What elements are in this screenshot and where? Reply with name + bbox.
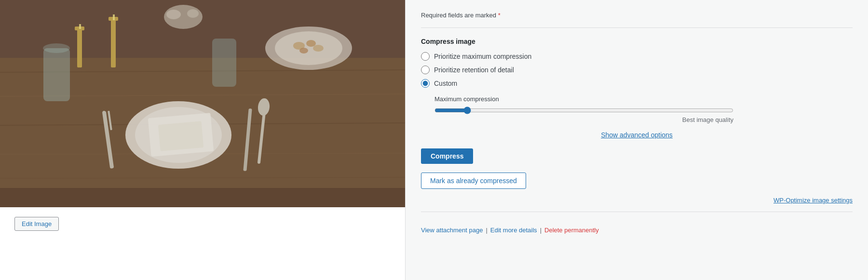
svg-rect-36 <box>0 0 405 207</box>
left-panel: Edit Image <box>0 0 405 280</box>
compress-image-label: Compress image <box>421 38 853 45</box>
delete-permanently-link[interactable]: Delete permanently <box>544 227 599 234</box>
slider-container: Maximum compression Best image quality <box>434 95 853 123</box>
required-star: * <box>498 12 501 19</box>
mark-compressed-button[interactable]: Mark as already compressed <box>421 173 526 189</box>
required-note: Required fields are marked * <box>421 12 853 28</box>
table-image-svg <box>0 0 405 207</box>
slider-label: Maximum compression <box>434 95 853 103</box>
show-advanced-button[interactable]: Show advanced options <box>421 131 853 139</box>
radio-option-max[interactable]: Prioritize maximum compression <box>421 52 853 61</box>
radio-option-custom[interactable]: Custom <box>421 79 853 88</box>
wp-optimize-link[interactable]: WP-Optimize image settings <box>421 197 853 212</box>
right-panel: Required fields are marked * Compress im… <box>405 0 868 280</box>
edit-image-area: Edit Image <box>0 207 73 240</box>
compression-slider[interactable] <box>434 107 733 114</box>
compress-button[interactable]: Compress <box>421 148 473 164</box>
view-attachment-link[interactable]: View attachment page <box>421 227 483 234</box>
radio-custom[interactable] <box>421 79 430 88</box>
radio-option-retention[interactable]: Prioritize retention of detail <box>421 66 853 74</box>
radio-max-label: Prioritize maximum compression <box>434 53 531 60</box>
footer-separator-1: | <box>486 227 487 234</box>
slider-wrapper <box>434 107 853 114</box>
radio-retention[interactable] <box>421 66 430 74</box>
footer-links: View attachment page | Edit more details… <box>421 220 853 234</box>
compress-options: Prioritize maximum compression Prioritiz… <box>421 52 853 88</box>
image-container <box>0 0 405 207</box>
slider-right-label: Best image quality <box>682 116 733 123</box>
edit-more-details-link[interactable]: Edit more details <box>490 227 537 234</box>
footer-separator-2: | <box>540 227 542 234</box>
radio-retention-label: Prioritize retention of detail <box>434 66 514 74</box>
edit-image-button[interactable]: Edit Image <box>14 217 59 231</box>
buttons-row: Compress Mark as already compressed <box>421 148 853 197</box>
slider-endpoints: Best image quality <box>434 116 733 123</box>
radio-custom-label: Custom <box>434 80 457 87</box>
radio-max-compression[interactable] <box>421 52 430 61</box>
